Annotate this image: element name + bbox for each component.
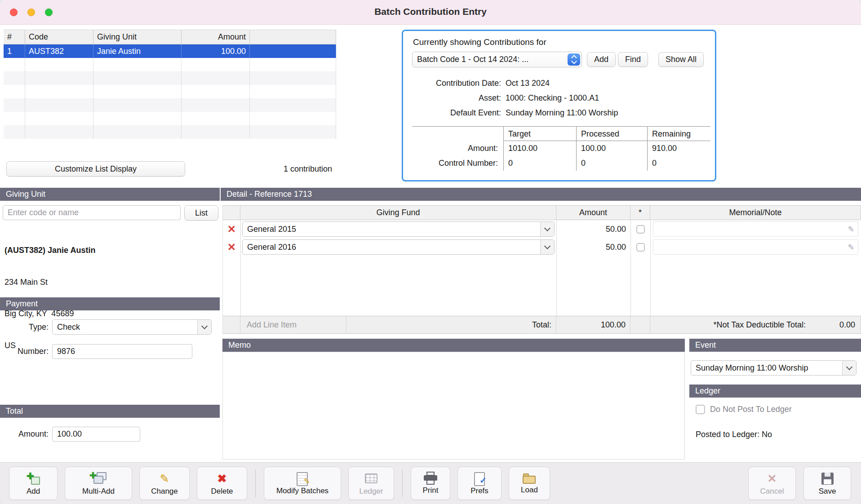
window-title: Batch Contribution Entry — [0, 6, 861, 17]
footer-star-col — [630, 316, 650, 333]
load-button[interactable]: Load — [509, 467, 550, 500]
contribution-row-empty — [4, 58, 336, 71]
line-amount[interactable]: 50.00 — [556, 238, 630, 256]
total-amount-label: Amount: — [0, 429, 49, 439]
detail-col-memo: Memorial/Note — [650, 206, 861, 220]
detail-table: Giving Fund Amount * Memorial/Note ✕ Gen… — [222, 205, 861, 334]
batch-contribution-entry-window: Batch Contribution Entry # Code Giving U… — [0, 0, 861, 504]
ledger-button-label: Ledger — [359, 487, 383, 496]
line-amount[interactable]: 50.00 — [556, 220, 630, 238]
column-header-code[interactable]: Code — [25, 30, 93, 44]
stats-col-target: Target — [504, 126, 577, 141]
giving-unit-section-header: Giving Unit — [0, 188, 220, 201]
batch-find-button[interactable]: Find — [618, 52, 648, 67]
batch-dropdown-value: Batch Code 1 - Oct 14 2024: ... — [413, 55, 568, 64]
giving-unit-list-button[interactable]: List — [184, 205, 218, 221]
event-dropdown[interactable]: Sunday Morning 11:00 Worship — [691, 360, 857, 376]
do-not-post-row: Do Not Post To Ledger — [696, 405, 792, 414]
column-header-num[interactable]: # — [4, 30, 25, 44]
add-line-item-button[interactable]: Add Line Item — [240, 316, 346, 333]
prefs-button[interactable]: ✓ Prefs — [457, 467, 502, 500]
column-header-giving-unit[interactable]: Giving Unit — [93, 30, 182, 44]
cancel-icon: ✕ — [768, 471, 777, 486]
memorial-note-field[interactable]: ✎ — [653, 239, 858, 255]
stats-control-label: Control Number: — [412, 156, 504, 171]
memo-textarea[interactable] — [222, 352, 685, 460]
delete-line-icon[interactable]: ✕ — [223, 220, 240, 238]
detail-col-fund: Giving Fund — [240, 206, 556, 220]
batch-dropdown[interactable]: Batch Code 1 - Oct 14 2024: ... — [412, 52, 582, 67]
detail-row: ✕ General 2015 50.00 ✎ — [223, 220, 861, 238]
payment-type-dropdown[interactable]: Check — [52, 319, 212, 335]
detail-row: ✕ General 2016 50.00 ✎ — [223, 238, 861, 256]
change-icon: ✎ — [160, 471, 169, 486]
contribution-row-code: AUST382 — [25, 44, 93, 58]
detail-col-amount: Amount — [556, 206, 630, 220]
contribution-row-empty — [4, 98, 336, 112]
stats-amount-processed: 100.00 — [577, 141, 648, 156]
fund-dropdown-value: General 2016 — [243, 243, 540, 252]
multi-add-icon: ✚ — [89, 471, 107, 486]
toolbar-separator — [255, 469, 256, 497]
ntd-total-label: *Not Tax Deductible Total: — [714, 320, 806, 330]
fund-dropdown[interactable]: General 2016 — [242, 239, 555, 255]
detail-col-delete — [223, 206, 240, 220]
stats-col-processed: Processed — [577, 126, 648, 141]
detail-total-label: Total: — [532, 316, 556, 333]
contribution-row-empty — [4, 71, 336, 85]
contribution-row-empty — [4, 125, 336, 139]
save-button[interactable]: Save — [803, 467, 851, 500]
save-icon — [821, 471, 834, 486]
detail-total-value: 100.00 — [556, 316, 630, 333]
contribution-row-empty — [4, 112, 336, 125]
add-button[interactable]: ✚ Add — [9, 467, 58, 500]
giving-unit-search-input[interactable] — [3, 205, 181, 220]
contribution-row-empty — [4, 85, 336, 98]
do-not-post-checkbox[interactable] — [696, 405, 705, 414]
payment-number-label: Number: — [0, 347, 49, 356]
asset-value: 1000: Checking - 1000.A1 — [501, 91, 618, 106]
not-tax-deductible-checkbox[interactable] — [636, 225, 645, 234]
stats-control-processed: 0 — [577, 156, 648, 171]
print-icon — [423, 472, 438, 485]
contribution-list-header: # Code Giving Unit Amount — [4, 30, 336, 44]
batch-show-all-button[interactable]: Show All — [658, 52, 704, 67]
memo-pen-icon: ✎ — [848, 225, 854, 234]
ledger-icon — [365, 471, 377, 486]
add-icon: ✚ — [25, 471, 41, 486]
giving-unit-address-line2: Big City, KY 45689 — [4, 309, 95, 319]
memorial-note-field[interactable]: ✎ — [653, 221, 858, 237]
delete-button[interactable]: ✖ Delete — [197, 467, 247, 500]
modify-batches-button[interactable]: ✎ Modify Batches — [264, 467, 341, 500]
fund-dropdown[interactable]: General 2015 — [242, 221, 555, 237]
column-header-amount[interactable]: Amount — [182, 30, 250, 44]
event-section-header: Event — [689, 339, 861, 352]
detail-col-star: * — [630, 206, 650, 220]
ledger-button: Ledger — [348, 467, 394, 500]
contribution-row-blank — [250, 44, 336, 58]
cancel-button: ✕ Cancel — [748, 467, 796, 500]
batch-add-button[interactable]: Add — [587, 52, 616, 67]
event-dropdown-value: Sunday Morning 11:00 Worship — [691, 363, 842, 373]
contribution-date-value: Oct 13 2024 — [501, 76, 618, 91]
print-button-label: Print — [423, 486, 439, 495]
memo-pen-icon: ✎ — [848, 243, 854, 252]
contribution-row[interactable]: 1 AUST382 Janie Austin 100.00 — [4, 44, 336, 58]
giving-unit-address-line1: 234 Main St — [4, 277, 95, 288]
multi-add-button[interactable]: ✚ Multi-Add — [65, 467, 132, 500]
modify-batches-icon: ✎ — [296, 471, 309, 486]
not-tax-deductible-checkbox[interactable] — [636, 243, 645, 252]
print-button[interactable]: Print — [411, 467, 450, 500]
customize-list-display-button[interactable]: Customize List Display — [6, 161, 185, 177]
total-amount-input[interactable] — [52, 427, 140, 442]
payment-number-input[interactable] — [52, 344, 192, 359]
delete-line-icon[interactable]: ✕ — [223, 238, 240, 256]
change-button[interactable]: ✎ Change — [139, 467, 190, 500]
stats-corner — [412, 126, 504, 141]
save-button-label: Save — [819, 487, 836, 496]
contribution-row-amount: 100.00 — [182, 44, 250, 58]
cancel-button-label: Cancel — [760, 487, 784, 496]
payment-type-label: Type: — [0, 323, 49, 332]
do-not-post-label: Do Not Post To Ledger — [710, 405, 792, 414]
stats-col-remaining: Remaining — [648, 126, 710, 141]
